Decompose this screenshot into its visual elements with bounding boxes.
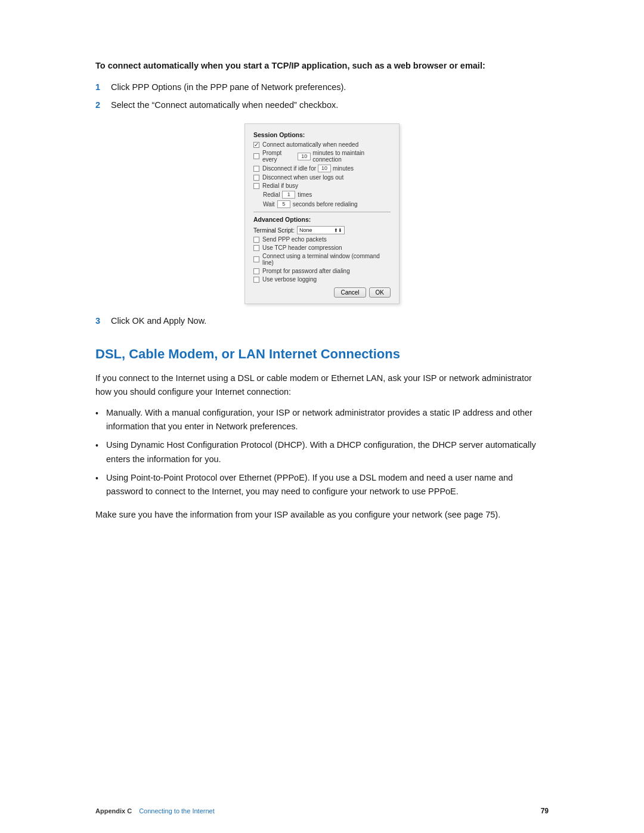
send-ppp-label: Send PPP echo packets — [262, 236, 327, 243]
wait-row: Wait 5 seconds before redialing — [253, 200, 391, 208]
step-3: 3 Click OK and Apply Now. — [95, 315, 549, 328]
footer-page-number: 79 — [541, 807, 549, 815]
prompt-password-row: Prompt for password after dialing — [253, 268, 391, 274]
dialog-buttons: Cancel OK — [253, 287, 391, 298]
dsl-bullet-1-text: Manually. With a manual configuration, y… — [106, 406, 549, 433]
prompt-row: Prompt every 10 minutes to maintain conn… — [253, 150, 391, 163]
redial-label: Redial — [263, 191, 280, 198]
redial-busy-label: Redial if busy — [262, 182, 298, 189]
redial-times-row: Redial 1 times — [253, 191, 391, 199]
cancel-button[interactable]: Cancel — [334, 287, 366, 298]
step-3-number: 3 — [95, 315, 109, 328]
prompt-label: Prompt every — [262, 150, 296, 163]
dsl-bullet-2: • Using Dynamic Host Configuration Proto… — [95, 438, 549, 466]
disconnect-idle-suffix: minutes — [333, 165, 354, 172]
disconnect-idle-label: Disconnect if idle for — [262, 165, 316, 172]
dsl-bullet-2-text: Using Dynamic Host Configuration Protoco… — [106, 438, 549, 466]
footer-link-text: Connecting to the Internet — [139, 807, 215, 815]
disconnect-logout-checkbox — [253, 175, 259, 181]
dsl-bullet-list: • Manually. With a manual configuration,… — [95, 406, 549, 498]
dialog-screenshot: Session Options: Connect automatically w… — [244, 123, 400, 304]
dsl-footer-text: Make sure you have the information from … — [95, 508, 549, 522]
bullet-dot-2: • — [95, 438, 106, 452]
use-tcp-row: Use TCP header compression — [253, 244, 391, 251]
session-options-label: Session Options: — [253, 131, 391, 138]
step-1-text: Click PPP Options (in the PPP pane of Ne… — [111, 81, 346, 94]
use-tcp-checkbox — [253, 245, 259, 251]
terminal-script-value: None — [299, 227, 312, 233]
disconnect-logout-label: Disconnect when user logs out — [262, 174, 343, 181]
connect-auto-label: Connect automatically when needed — [262, 141, 358, 148]
bullet-dot-1: • — [95, 406, 106, 420]
redial-busy-checkbox — [253, 183, 259, 189]
wait-value: 5 — [277, 200, 290, 208]
connect-auto-row: Connect automatically when needed — [253, 141, 391, 148]
dialog-divider — [253, 212, 391, 212]
steps-list: 1 Click PPP Options (in the PPP pane of … — [95, 81, 549, 112]
use-tcp-label: Use TCP header compression — [262, 244, 342, 251]
terminal-script-row: Terminal Script: None ⬆⬇ — [253, 226, 391, 234]
prompt-value: 10 — [298, 153, 311, 160]
disconnect-idle-row: Disconnect if idle for 10 minutes — [253, 165, 391, 172]
connect-terminal-label: Connect using a terminal window (command… — [262, 253, 391, 266]
step-2-number: 2 — [95, 99, 109, 112]
verbose-logging-row: Use verbose logging — [253, 276, 391, 283]
wait-suffix: seconds before redialing — [293, 201, 358, 208]
footer-appendix: Appendix C — [95, 807, 132, 815]
wait-label: Wait — [263, 201, 275, 208]
page-content: To connect automatically when you start … — [0, 0, 644, 577]
page-footer: Appendix C Connecting to the Internet 79 — [0, 807, 644, 815]
verbose-logging-label: Use verbose logging — [262, 276, 317, 283]
terminal-script-label: Terminal Script: — [253, 227, 295, 234]
redial-value: 1 — [282, 191, 295, 199]
terminal-script-select[interactable]: None ⬆⬇ — [297, 226, 345, 234]
redial-suffix: times — [298, 191, 312, 198]
disconnect-logout-row: Disconnect when user logs out — [253, 174, 391, 181]
connect-terminal-checkbox — [253, 256, 259, 262]
dsl-bullet-1: • Manually. With a manual configuration,… — [95, 406, 549, 433]
prompt-password-label: Prompt for password after dialing — [262, 268, 350, 274]
advanced-options-label: Advanced Options: — [253, 216, 391, 223]
dsl-intro: If you connect to the Internet using a D… — [95, 371, 549, 399]
terminal-script-arrow: ⬆⬇ — [334, 228, 342, 233]
intro-bold-text: To connect automatically when you start … — [95, 60, 549, 73]
footer-left: Appendix C Connecting to the Internet — [95, 807, 215, 815]
prompt-checkbox — [253, 153, 259, 159]
disconnect-idle-checkbox — [253, 166, 259, 172]
ok-button[interactable]: OK — [369, 287, 391, 298]
send-ppp-checkbox — [253, 237, 259, 243]
disconnect-idle-value: 10 — [318, 165, 331, 172]
bullet-dot-3: • — [95, 471, 106, 485]
connect-terminal-row: Connect using a terminal window (command… — [253, 253, 391, 266]
connect-auto-checkbox — [253, 142, 259, 148]
dsl-bullet-3-text: Using Point-to-Point Protocol over Ether… — [106, 471, 549, 498]
redial-busy-row: Redial if busy — [253, 182, 391, 189]
dsl-heading: DSL, Cable Modem, or LAN Internet Connec… — [95, 346, 549, 363]
step-1: 1 Click PPP Options (in the PPP pane of … — [95, 81, 549, 94]
step-3-text: Click OK and Apply Now. — [111, 315, 206, 328]
step-1-number: 1 — [95, 81, 109, 94]
step-3-list: 3 Click OK and Apply Now. — [95, 315, 549, 328]
step-2: 2 Select the “Connect automatically when… — [95, 99, 549, 112]
step-2-text: Select the “Connect automatically when n… — [111, 99, 338, 112]
dsl-bullet-3: • Using Point-to-Point Protocol over Eth… — [95, 471, 549, 498]
prompt-password-checkbox — [253, 268, 259, 274]
send-ppp-row: Send PPP echo packets — [253, 236, 391, 243]
prompt-suffix: minutes to maintain connection — [312, 150, 391, 163]
verbose-logging-checkbox — [253, 277, 259, 283]
